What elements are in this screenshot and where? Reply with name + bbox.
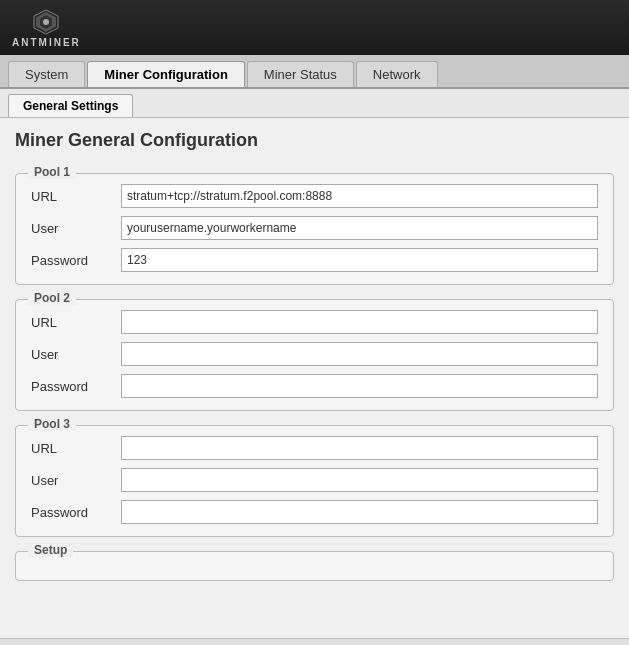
pool3-url-label: URL <box>31 441 121 456</box>
pool1-user-row: User <box>31 216 598 240</box>
main-content: Miner General Configuration Pool 1 URL U… <box>0 118 629 638</box>
pool2-password-input[interactable] <box>121 374 598 398</box>
pool2-user-row: User <box>31 342 598 366</box>
pool1-url-label: URL <box>31 189 121 204</box>
pool1-password-input[interactable] <box>121 248 598 272</box>
pool2-user-input[interactable] <box>121 342 598 366</box>
pool3-user-row: User <box>31 468 598 492</box>
antminer-logo-icon <box>32 8 60 36</box>
logo: ANTMINER <box>12 8 81 48</box>
nav-tabs: System Miner Configuration Miner Status … <box>0 55 629 89</box>
svg-point-3 <box>43 19 49 25</box>
pool1-password-row: Password <box>31 248 598 272</box>
header: ANTMINER <box>0 0 629 55</box>
pool2-password-label: Password <box>31 379 121 394</box>
pool3-user-input[interactable] <box>121 468 598 492</box>
tab-miner-status[interactable]: Miner Status <box>247 61 354 87</box>
pool2-legend: Pool 2 <box>28 291 76 305</box>
pool1-url-input[interactable] <box>121 184 598 208</box>
pool2-url-row: URL <box>31 310 598 334</box>
setup-legend: Setup <box>28 543 73 557</box>
pool3-user-label: User <box>31 473 121 488</box>
pool2-password-row: Password <box>31 374 598 398</box>
pool3-password-label: Password <box>31 505 121 520</box>
pool2-user-label: User <box>31 347 121 362</box>
pool1-user-input[interactable] <box>121 216 598 240</box>
pool3-url-input[interactable] <box>121 436 598 460</box>
pool1-password-label: Password <box>31 253 121 268</box>
sub-tabs: General Settings <box>0 89 629 118</box>
pool3-legend: Pool 3 <box>28 417 76 431</box>
pool2-section: Pool 2 URL User Password <box>15 299 614 411</box>
tab-miner-configuration[interactable]: Miner Configuration <box>87 61 245 87</box>
setup-section: Setup <box>15 551 614 581</box>
pool2-url-input[interactable] <box>121 310 598 334</box>
pool3-password-input[interactable] <box>121 500 598 524</box>
footer: Reset Save&Apply <box>0 638 629 645</box>
pool1-section: Pool 1 URL User Password <box>15 173 614 285</box>
pool3-url-row: URL <box>31 436 598 460</box>
logo-text: ANTMINER <box>12 37 81 48</box>
tab-system[interactable]: System <box>8 61 85 87</box>
pool3-section: Pool 3 URL User Password <box>15 425 614 537</box>
tab-network[interactable]: Network <box>356 61 438 87</box>
pool2-url-label: URL <box>31 315 121 330</box>
sub-tab-general-settings[interactable]: General Settings <box>8 94 133 117</box>
pool1-url-row: URL <box>31 184 598 208</box>
page-title: Miner General Configuration <box>15 130 614 157</box>
pool3-password-row: Password <box>31 500 598 524</box>
pool1-user-label: User <box>31 221 121 236</box>
pool1-legend: Pool 1 <box>28 165 76 179</box>
